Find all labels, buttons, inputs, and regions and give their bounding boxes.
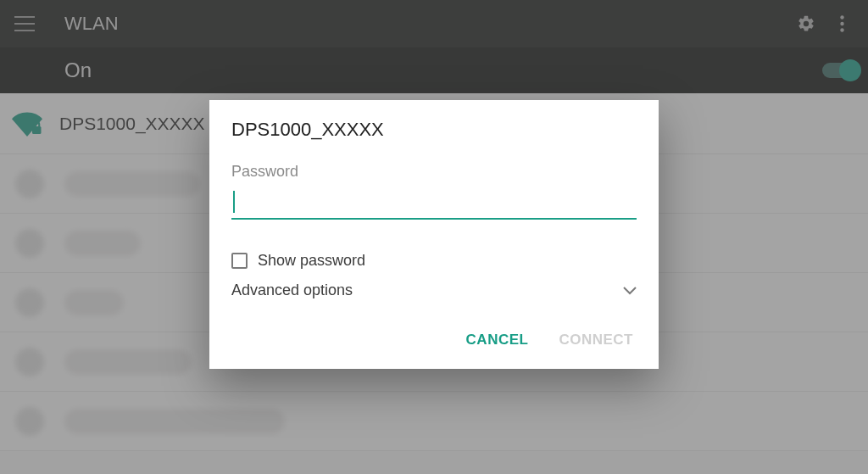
show-password-row[interactable]: Show password xyxy=(231,252,637,270)
dialog-title: DPS1000_XXXXX xyxy=(231,119,637,141)
password-input[interactable] xyxy=(231,189,637,218)
text-caret xyxy=(233,191,235,213)
cancel-button[interactable]: CANCEL xyxy=(463,323,532,357)
password-field-label: Password xyxy=(231,163,637,181)
modal-scrim[interactable]: DPS1000_XXXXX Password Show password Adv… xyxy=(0,0,868,474)
connect-button[interactable]: CONNECT xyxy=(555,323,637,357)
show-password-checkbox[interactable] xyxy=(231,253,248,269)
password-input-wrap xyxy=(231,189,637,220)
advanced-options-label: Advanced options xyxy=(231,282,353,299)
wifi-password-dialog: DPS1000_XXXXX Password Show password Adv… xyxy=(209,100,659,369)
advanced-options-row[interactable]: Advanced options xyxy=(231,282,637,299)
show-password-label: Show password xyxy=(258,252,365,270)
dialog-actions: CANCEL CONNECT xyxy=(231,323,637,357)
chevron-down-icon xyxy=(623,283,637,298)
